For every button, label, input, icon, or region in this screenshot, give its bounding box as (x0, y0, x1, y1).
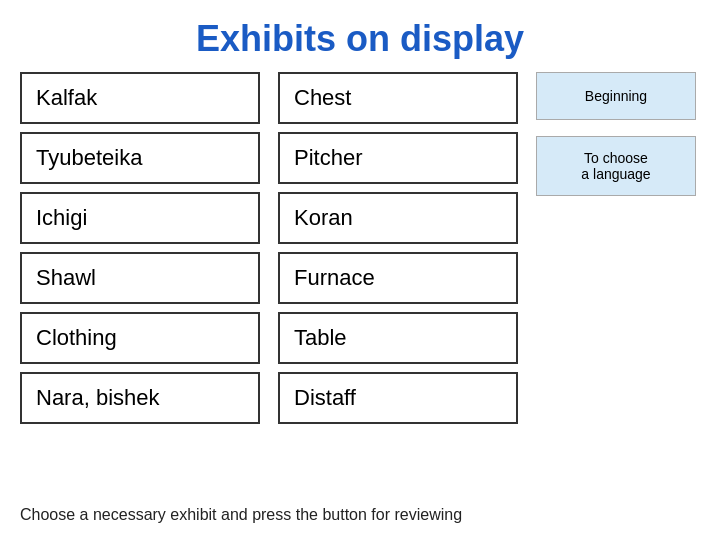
exhibit-ichigi[interactable]: Ichigi (20, 192, 260, 244)
exhibit-table[interactable]: Table (278, 312, 518, 364)
exhibit-koran[interactable]: Koran (278, 192, 518, 244)
choose-language-button[interactable]: To choosea language (536, 136, 696, 196)
exhibit-clothing[interactable]: Clothing (20, 312, 260, 364)
exhibit-shawl[interactable]: Shawl (20, 252, 260, 304)
exhibit-tyubeteika[interactable]: Tyubeteika (20, 132, 260, 184)
exhibit-distaff[interactable]: Distaff (278, 372, 518, 424)
exhibit-furnace[interactable]: Furnace (278, 252, 518, 304)
exhibit-nara-bishek[interactable]: Nara, bishek (20, 372, 260, 424)
side-buttons-panel: Beginning To choosea language (536, 72, 696, 424)
beginning-button[interactable]: Beginning (536, 72, 696, 120)
left-column: Kalfak Tyubeteika Ichigi Shawl Clothing … (20, 72, 260, 424)
right-column: Chest Pitcher Koran Furnace Table Distaf… (278, 72, 518, 424)
exhibit-pitcher[interactable]: Pitcher (278, 132, 518, 184)
footer-text: Choose a necessary exhibit and press the… (20, 506, 462, 524)
exhibit-kalfak[interactable]: Kalfak (20, 72, 260, 124)
exhibit-chest[interactable]: Chest (278, 72, 518, 124)
page-title: Exhibits on display (0, 0, 720, 72)
